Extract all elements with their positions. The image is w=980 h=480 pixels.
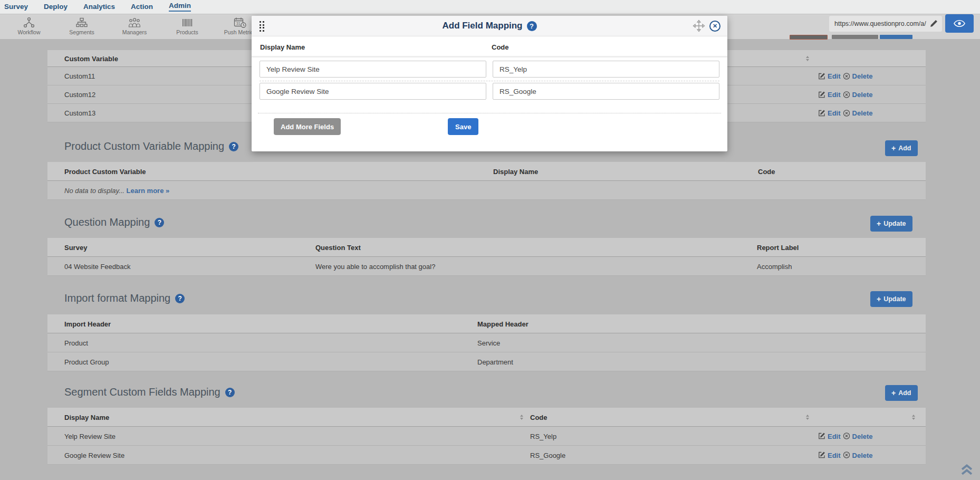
help-icon[interactable]: ? xyxy=(155,218,164,227)
edit-link[interactable]: Edit xyxy=(818,432,841,440)
column-header: Display Name xyxy=(64,413,109,421)
question-text-cell: Were you able to accomplish that goal? xyxy=(315,262,435,270)
column-header: Question Text xyxy=(315,243,361,251)
column-header: Survey xyxy=(64,243,87,251)
page-url-field xyxy=(829,16,942,32)
hidden-button-strip-blue xyxy=(880,35,912,39)
edit-icon xyxy=(818,72,825,80)
code-input-2[interactable] xyxy=(493,83,719,100)
url-edit-pencil-icon[interactable] xyxy=(930,20,938,27)
close-icon[interactable]: ✕ xyxy=(709,21,720,32)
nav-item-admin[interactable]: Admin xyxy=(169,2,191,12)
help-icon[interactable]: ? xyxy=(225,388,235,397)
delete-link[interactable]: Delete xyxy=(843,451,873,459)
display-name-cell: Google Review Site xyxy=(64,451,124,459)
toolbar-item-workflow[interactable]: Workflow xyxy=(3,17,55,35)
mapped-header-cell: Department xyxy=(477,358,513,366)
edit-icon xyxy=(818,433,825,440)
custom-variable-value: Custom12 xyxy=(64,91,95,99)
delete-icon xyxy=(843,433,850,440)
report-label-cell: Accomplish xyxy=(757,262,792,270)
add-more-fields-button[interactable]: Add More Fields xyxy=(274,118,341,135)
delete-link[interactable]: Delete xyxy=(843,91,873,99)
display-name-input-2[interactable] xyxy=(260,83,486,100)
delete-icon xyxy=(843,72,850,80)
import-header-cell: Product Group xyxy=(64,358,109,366)
nav-item-deploy[interactable]: Deploy xyxy=(44,3,68,11)
sort-icon[interactable] xyxy=(806,415,809,420)
learn-more-link[interactable]: Learn more » xyxy=(127,186,170,194)
nav-item-survey[interactable]: Survey xyxy=(4,3,28,11)
sort-icon[interactable] xyxy=(520,415,523,420)
help-icon[interactable]: ? xyxy=(175,294,185,303)
update-import-mapping-button[interactable]: Update xyxy=(870,291,912,307)
display-name-input-1[interactable] xyxy=(260,61,486,78)
add-segment-field-button[interactable]: Add xyxy=(885,385,918,401)
custom-variable-header: Custom Variable xyxy=(64,54,118,62)
plus-icon xyxy=(877,295,881,303)
eye-icon xyxy=(954,20,965,27)
custom-variable-value: Custom11 xyxy=(64,72,95,80)
empty-text: No data to display... Learn more » xyxy=(64,186,169,194)
push-metrics-icon xyxy=(234,17,246,28)
column-header: Code xyxy=(530,413,547,421)
nav-item-action[interactable]: Action xyxy=(131,3,153,11)
update-question-mapping-button[interactable]: Update xyxy=(870,216,912,232)
column-header: Report Label xyxy=(757,243,799,251)
toolbar-item-products[interactable]: Products xyxy=(161,17,214,35)
survey-cell: 04 Website Feedback xyxy=(64,262,131,270)
section-title-question-mapping: Question Mapping ? xyxy=(64,216,164,228)
display-name-column-label: Display Name xyxy=(260,43,305,51)
question-mapping-header-row: Survey Question Text Report Label xyxy=(47,238,926,257)
help-icon[interactable]: ? xyxy=(229,142,238,151)
hidden-button-strip-red xyxy=(790,35,828,40)
add-field-mapping-modal: Add Field Mapping ? ✕ Display Name Code … xyxy=(252,16,727,151)
column-header: Code xyxy=(758,167,775,175)
plus-icon xyxy=(877,220,881,228)
edit-link[interactable]: Edit xyxy=(818,72,841,80)
delete-link[interactable]: Delete xyxy=(843,72,873,80)
top-nav: Survey Deploy Analytics Action Admin xyxy=(0,0,980,14)
sort-icon[interactable] xyxy=(912,415,915,420)
column-header: Mapped Header xyxy=(477,320,529,328)
products-icon xyxy=(181,17,194,28)
workflow-icon xyxy=(23,17,35,28)
code-column-label: Code xyxy=(492,43,509,51)
nav-item-analytics[interactable]: Analytics xyxy=(83,3,115,11)
delete-link[interactable]: Delete xyxy=(843,109,873,117)
edit-link[interactable]: Edit xyxy=(818,109,841,117)
save-button[interactable]: Save xyxy=(448,118,478,135)
code-input-1[interactable] xyxy=(493,61,719,78)
footer-divider xyxy=(258,113,721,113)
row-divider xyxy=(260,81,719,81)
delete-link[interactable]: Delete xyxy=(843,432,873,440)
add-product-mapping-button[interactable]: Add xyxy=(885,140,918,156)
sort-icon[interactable] xyxy=(806,56,809,61)
edit-icon xyxy=(818,109,825,117)
column-header: Display Name xyxy=(493,167,538,175)
edit-icon xyxy=(818,452,825,459)
import-mapping-header-row: Import Header Mapped Header xyxy=(47,314,926,333)
toolbar-item-segments[interactable]: Segments xyxy=(55,17,108,35)
section-title-product-mapping: Product Custom Variable Mapping ? xyxy=(64,140,238,152)
delete-icon xyxy=(843,452,850,459)
product-mapping-header-row: Product Custom Variable Display Name Cod… xyxy=(47,162,926,181)
delete-icon xyxy=(843,109,850,117)
edit-link[interactable]: Edit xyxy=(818,91,841,99)
modal-title: Add Field Mapping xyxy=(442,21,522,31)
toolbar-item-managers[interactable]: Managers xyxy=(108,17,161,35)
help-icon[interactable]: ? xyxy=(527,21,537,31)
edit-link[interactable]: Edit xyxy=(818,451,841,459)
edit-icon xyxy=(818,91,825,98)
table-row: Product Service xyxy=(47,333,926,352)
table-row: Yelp Review Site RS_Yelp Edit Delete xyxy=(47,427,926,446)
scroll-to-top-icon[interactable] xyxy=(960,462,974,476)
move-icon[interactable] xyxy=(693,20,705,32)
import-header-cell: Product xyxy=(64,339,88,347)
preview-eye-button[interactable] xyxy=(945,14,974,33)
drag-handle-icon[interactable] xyxy=(260,21,264,32)
mapped-header-cell: Service xyxy=(477,339,500,347)
page-url-input[interactable] xyxy=(829,16,942,32)
app-root: Survey Deploy Analytics Action Admin Wor… xyxy=(0,0,980,480)
plus-icon xyxy=(891,389,896,397)
